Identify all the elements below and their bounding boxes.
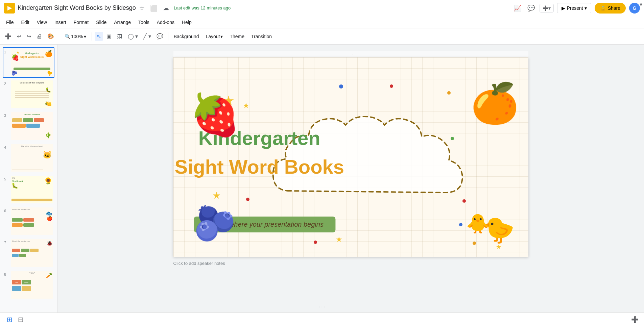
- text-tool[interactable]: ▣: [104, 32, 114, 41]
- slide-thumb-1[interactable]: 1 Kindergarten Sight Word Books 🍓 🍊 🫐 🐤 …: [3, 47, 54, 78]
- slide-thumb-8[interactable]: 8 "I like" I like strawb... 🥕: [3, 270, 54, 300]
- slide-thumb-2[interactable]: 2 Contents of this template 🍋 🐛: [3, 79, 54, 109]
- slide-preview-8: "I like" I like strawb... 🥕: [11, 271, 53, 299]
- cursor-tool[interactable]: ↖: [95, 32, 103, 41]
- dot-green-right: [451, 137, 454, 140]
- paint-format-button[interactable]: 🎨: [45, 32, 56, 41]
- thumb-3-card-1: [12, 118, 22, 122]
- main-area: 1 Kindergarten Sight Word Books 🍓 🍊 🫐 🐤 …: [0, 45, 644, 312]
- menu-slide[interactable]: Slide: [93, 18, 110, 26]
- app-logo[interactable]: ▶: [4, 3, 15, 14]
- thumb-2-icon: 🍋: [45, 100, 52, 107]
- filmstrip-view-button[interactable]: ⊟: [17, 314, 25, 325]
- strawberry-character: 🍓: [190, 91, 240, 139]
- present-dropdown-icon: ▾: [585, 5, 587, 11]
- star-left: ★: [212, 190, 221, 201]
- thumb-7-green-2: [19, 254, 26, 257]
- layout-button[interactable]: Layout ▾: [203, 32, 225, 41]
- doc-title[interactable]: Kindergarten Sight Word Books by Slidesg…: [18, 4, 136, 11]
- dot-blue-bottom-right: [459, 223, 462, 226]
- thumb-6-green-2: [23, 223, 34, 227]
- slide-num-3: 3: [4, 112, 9, 118]
- menu-view[interactable]: View: [33, 18, 50, 26]
- blueberry-character: 🫐: [194, 203, 236, 243]
- slides-sidebar: 1 Kindergarten Sight Word Books 🍓 🍊 🫐 🐤 …: [0, 45, 57, 312]
- thumb-4-cat: 🐱: [43, 151, 52, 159]
- slide-preview-7: Read the sentences 🐞: [11, 239, 53, 267]
- toolbar-collapse-button[interactable]: ∧: [638, 0, 644, 8]
- dot-orange-bottom-right: [473, 242, 476, 245]
- slide-preview-1: Kindergarten Sight Word Books 🍓 🍊 🫐 🐤 ★: [11, 49, 53, 76]
- dot-red-bottom: [314, 241, 317, 244]
- slide-preview-2: Contents of this template 🍋 🐛: [11, 80, 53, 108]
- zoom-out-button[interactable]: ➕: [631, 316, 639, 323]
- slide-thumb-7[interactable]: 7 Read the sentences 🐞: [3, 238, 54, 268]
- menu-edit[interactable]: Edit: [18, 18, 33, 26]
- thumb-2-line-1: [15, 91, 49, 92]
- background-button[interactable]: Background: [171, 32, 202, 41]
- thumb-1-blueberry: 🫐: [11, 70, 17, 76]
- menu-insert[interactable]: Insert: [51, 18, 70, 26]
- share-button[interactable]: 🔒 Share: [595, 3, 626, 14]
- speaker-notes[interactable]: Click to add speaker notes: [173, 257, 528, 270]
- top-right-actions: 📈 💬 ➕▾ ▶ Present ▾ 🔒 Share G: [512, 3, 640, 14]
- duckling-small: 🐥: [466, 213, 490, 235]
- dot-blue-top: [339, 84, 343, 89]
- slide-thumb-4[interactable]: 4 The slide title goes here! 🐱: [3, 143, 54, 173]
- thumb-3-card-5: [26, 124, 40, 128]
- print-button[interactable]: 🖨: [34, 32, 44, 41]
- background-label: Background: [174, 34, 199, 39]
- present-button[interactable]: ▶ Present ▾: [557, 3, 591, 13]
- slide-num-8: 8: [4, 271, 9, 276]
- shape-tool[interactable]: ◯ ▾: [126, 32, 140, 41]
- thumb-2-line-3: [15, 95, 49, 96]
- cloud-icon[interactable]: ☁: [162, 3, 170, 13]
- transition-button[interactable]: Transition: [248, 32, 275, 41]
- analytics-icon[interactable]: 📈: [512, 3, 523, 13]
- zoom-selector[interactable]: 🔍 100% ▾: [62, 32, 89, 41]
- thumb-6-yellow-1: [12, 223, 23, 227]
- horizontal-ruler: · · ·: [173, 51, 528, 57]
- image-tool[interactable]: 🖼: [115, 32, 124, 41]
- slide-thumb-3[interactable]: 3 Table of contents 🌵: [3, 111, 54, 141]
- grid-view-button[interactable]: ⊞: [5, 314, 14, 325]
- divider-1: [59, 32, 59, 41]
- zoom-value: 100%: [71, 34, 83, 39]
- thumb-8-item-1: I like: [12, 280, 21, 284]
- menu-file[interactable]: File: [3, 18, 17, 26]
- menu-addons[interactable]: Add-ons: [153, 18, 178, 26]
- comment-tool[interactable]: 💬: [154, 32, 165, 41]
- line-tool[interactable]: ╱ ▾: [141, 32, 153, 41]
- menu-tools[interactable]: Tools: [135, 18, 153, 26]
- redo-button[interactable]: ↪: [25, 32, 33, 41]
- zoom-dropdown-icon: ▾: [84, 34, 86, 39]
- undo-button[interactable]: ↩: [15, 32, 23, 41]
- slide-thumb-5[interactable]: 5 01 Section A 🌻 🐛: [3, 174, 54, 205]
- star-icon[interactable]: ☆: [138, 3, 146, 13]
- menu-arrange[interactable]: Arrange: [111, 18, 134, 26]
- add-slide-icon[interactable]: ➕▾: [540, 4, 554, 12]
- folder-icon[interactable]: ⬜: [149, 3, 159, 13]
- slide-thumb-6[interactable]: 6 Read the sentences 🐟 🍎: [3, 206, 54, 236]
- bottom-bar: ⊞ ⊟ ➕: [0, 312, 644, 326]
- thumb-3-title: Table of contents: [11, 112, 53, 117]
- comments-icon[interactable]: 💬: [526, 3, 536, 13]
- doc-title-area: Kindergarten Sight Word Books by Slidesg…: [18, 3, 510, 13]
- slide-canvas[interactable]: Kindergarten Sight Word Books Here is wh…: [173, 57, 528, 257]
- theme-button[interactable]: Theme: [227, 32, 247, 41]
- menu-format[interactable]: Format: [70, 18, 92, 26]
- thumb-5-sunflower: 🌻: [44, 177, 52, 185]
- toolbar: ➕ ↩ ↪ 🖨 🎨 🔍 100% ▾ ↖ ▣ 🖼 ◯ ▾ ╱ ▾ 💬 Backg…: [0, 28, 644, 45]
- thumb-3-icon: 🌵: [45, 132, 52, 139]
- dot-red-left: [246, 198, 249, 201]
- dot-orange-top-right: [447, 91, 451, 95]
- slide-num-7: 7: [4, 239, 9, 245]
- slide-title-orange[interactable]: Sight Word Books: [173, 155, 351, 178]
- thumb-4-line: [12, 170, 43, 170]
- thumb-7-green-1: [21, 249, 29, 252]
- add-button[interactable]: ➕: [3, 32, 14, 41]
- share-lock-icon: 🔒: [600, 5, 606, 11]
- menu-help[interactable]: Help: [178, 18, 195, 26]
- thumb-6-apple: 🍎: [47, 216, 52, 221]
- thumb-2-line-2: [15, 93, 49, 94]
